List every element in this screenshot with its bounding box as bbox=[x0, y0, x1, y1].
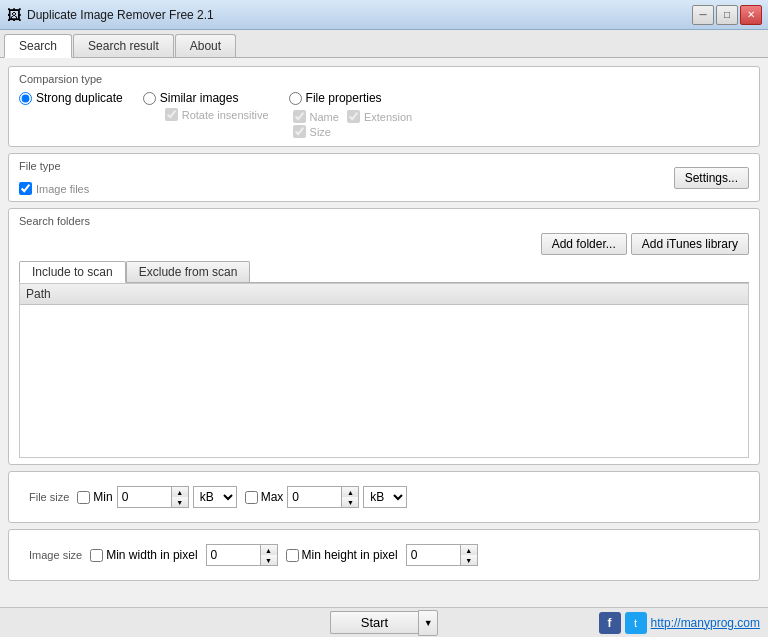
min-spin-down[interactable]: ▼ bbox=[172, 497, 188, 507]
name-checkbox bbox=[293, 110, 306, 123]
image-files-option[interactable]: Image files bbox=[19, 182, 89, 195]
height-value-input[interactable] bbox=[406, 544, 461, 566]
min-value-group: ▲ ▼ bbox=[117, 486, 189, 508]
max-spin-up[interactable]: ▲ bbox=[342, 487, 358, 497]
image-size-section: Image size Min width in pixel ▲ ▼ Min he… bbox=[8, 529, 760, 581]
similar-sub-options: Rotate insensitive bbox=[165, 108, 269, 121]
website-link[interactable]: http://manyprog.com bbox=[651, 616, 760, 630]
extension-checkbox bbox=[347, 110, 360, 123]
tab-about[interactable]: About bbox=[175, 34, 236, 57]
facebook-icon[interactable]: f bbox=[599, 612, 621, 634]
extension-option: Extension bbox=[347, 110, 412, 123]
similar-images-radio[interactable] bbox=[143, 92, 156, 105]
search-folders-label: Search folders bbox=[19, 215, 749, 227]
minimize-button[interactable]: ─ bbox=[692, 5, 714, 25]
start-dropdown-button[interactable]: ▼ bbox=[418, 610, 438, 636]
settings-button[interactable]: Settings... bbox=[674, 167, 749, 189]
width-value-group: ▲ ▼ bbox=[206, 544, 278, 566]
file-size-inner: File size Min ▲ ▼ kB MB GB bbox=[19, 480, 749, 514]
close-button[interactable]: ✕ bbox=[740, 5, 762, 25]
tab-exclude-scan[interactable]: Exclude from scan bbox=[126, 261, 251, 282]
tab-search-result[interactable]: Search result bbox=[73, 34, 174, 57]
file-properties-radio[interactable] bbox=[289, 92, 302, 105]
strong-duplicate-radio[interactable] bbox=[19, 92, 32, 105]
title-bar: 🖼 Duplicate Image Remover Free 2.1 ─ □ ✕ bbox=[0, 0, 768, 30]
folder-table: Path bbox=[19, 283, 749, 458]
height-spin-down[interactable]: ▼ bbox=[461, 555, 477, 565]
min-spinner: ▲ ▼ bbox=[172, 486, 189, 508]
start-button-group: Start ▼ bbox=[330, 610, 438, 636]
comparison-radio-row: Strong duplicate Similar images Rotate i… bbox=[19, 91, 749, 138]
size-checkbox bbox=[293, 125, 306, 138]
comparison-type-label: Comparsion type bbox=[19, 73, 749, 85]
tab-search[interactable]: Search bbox=[4, 34, 72, 58]
height-value-group: ▲ ▼ bbox=[406, 544, 478, 566]
height-spinner: ▲ ▼ bbox=[461, 544, 478, 566]
table-body bbox=[20, 305, 748, 445]
max-value-group: ▲ ▼ bbox=[287, 486, 359, 508]
width-spin-up[interactable]: ▲ bbox=[261, 545, 277, 555]
search-folders-section: Search folders Add folder... Add iTunes … bbox=[8, 208, 760, 465]
height-spin-up[interactable]: ▲ bbox=[461, 545, 477, 555]
name-option: Name bbox=[293, 110, 339, 123]
image-size-inner: Image size Min width in pixel ▲ ▼ Min he… bbox=[19, 538, 749, 572]
size-row: Size bbox=[293, 125, 413, 138]
min-size-group: Min ▲ ▼ kB MB GB bbox=[77, 486, 236, 508]
min-checkbox[interactable] bbox=[77, 491, 90, 504]
max-label-group[interactable]: Max bbox=[245, 490, 284, 504]
file-type-label: File type bbox=[19, 160, 89, 172]
rotate-insensitive-checkbox bbox=[165, 108, 178, 121]
file-size-section: File size Min ▲ ▼ kB MB GB bbox=[8, 471, 760, 523]
file-size-label: File size bbox=[29, 491, 69, 503]
start-button[interactable]: Start bbox=[330, 611, 418, 634]
size-option: Size bbox=[293, 125, 413, 138]
width-spin-down[interactable]: ▼ bbox=[261, 555, 277, 565]
comparison-type-section: Comparsion type Strong duplicate Similar… bbox=[8, 66, 760, 147]
app-icon: 🖼 bbox=[6, 7, 22, 23]
max-spinner: ▲ ▼ bbox=[342, 486, 359, 508]
bottom-bar: Start ▼ f t http://manyprog.com bbox=[0, 607, 768, 637]
file-type-section: File type Image files Settings... bbox=[8, 153, 760, 202]
add-itunes-button[interactable]: Add iTunes library bbox=[631, 233, 749, 255]
width-value-input[interactable] bbox=[206, 544, 261, 566]
file-type-left: File type Image files bbox=[19, 160, 89, 195]
rotate-insensitive-option: Rotate insensitive bbox=[165, 108, 269, 121]
folders-header: Add folder... Add iTunes library bbox=[19, 233, 749, 255]
width-label-group[interactable]: Min width in pixel bbox=[90, 548, 197, 562]
similar-images-option[interactable]: Similar images bbox=[143, 91, 269, 105]
path-column-header: Path bbox=[26, 287, 742, 301]
height-label-group[interactable]: Min height in pixel bbox=[286, 548, 398, 562]
width-spinner: ▲ ▼ bbox=[261, 544, 278, 566]
max-spin-down[interactable]: ▼ bbox=[342, 497, 358, 507]
social-area: f t http://manyprog.com bbox=[438, 612, 760, 634]
image-size-label: Image size bbox=[29, 549, 82, 561]
main-content: Comparsion type Strong duplicate Similar… bbox=[0, 58, 768, 605]
table-header: Path bbox=[20, 284, 748, 305]
image-files-checkbox[interactable] bbox=[19, 182, 32, 195]
max-checkbox[interactable] bbox=[245, 491, 258, 504]
tab-bar: Search Search result About bbox=[0, 30, 768, 58]
twitter-icon[interactable]: t bbox=[625, 612, 647, 634]
restore-button[interactable]: □ bbox=[716, 5, 738, 25]
min-label-group[interactable]: Min bbox=[77, 490, 112, 504]
max-size-group: Max ▲ ▼ kB MB GB bbox=[245, 486, 408, 508]
height-checkbox[interactable] bbox=[286, 549, 299, 562]
max-unit-select[interactable]: kB MB GB bbox=[363, 486, 407, 508]
min-spin-up[interactable]: ▲ bbox=[172, 487, 188, 497]
max-value-input[interactable] bbox=[287, 486, 342, 508]
file-props-row: Name Extension bbox=[293, 110, 413, 123]
inner-tab-bar: Include to scan Exclude from scan bbox=[19, 261, 749, 283]
window-controls: ─ □ ✕ bbox=[692, 5, 762, 25]
min-unit-select[interactable]: kB MB GB bbox=[193, 486, 237, 508]
file-props-sub-options: Name Extension Size bbox=[293, 108, 413, 138]
file-properties-option[interactable]: File properties bbox=[289, 91, 413, 105]
add-folder-button[interactable]: Add folder... bbox=[541, 233, 627, 255]
tab-include-scan[interactable]: Include to scan bbox=[19, 261, 126, 283]
min-value-input[interactable] bbox=[117, 486, 172, 508]
width-checkbox[interactable] bbox=[90, 549, 103, 562]
window-title: Duplicate Image Remover Free 2.1 bbox=[27, 8, 692, 22]
strong-duplicate-option[interactable]: Strong duplicate bbox=[19, 91, 123, 105]
